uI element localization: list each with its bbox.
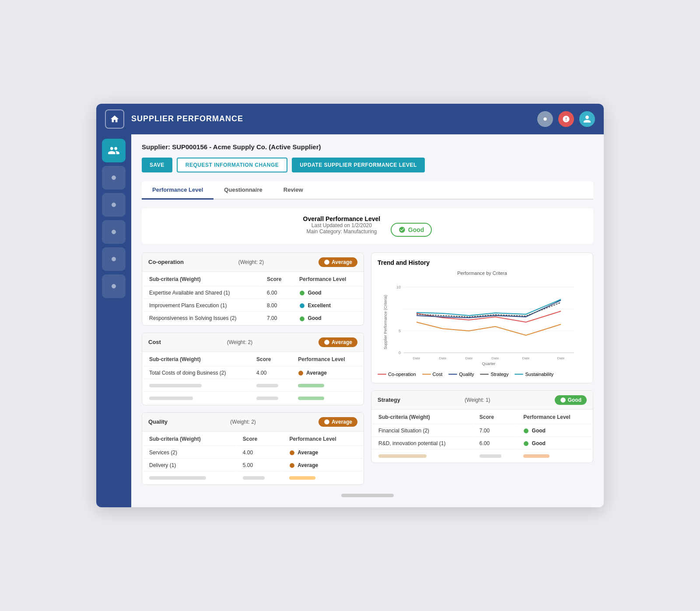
topbar-icons [537,111,595,127]
cost-name: Cost [148,339,161,345]
svg-point-14 [290,450,295,455]
coop-col1: Sub-criteria (Weight) [143,273,260,286]
cost-col2: Score [250,353,291,366]
chart-card: Trend and History Performance by Critera… [371,253,593,383]
quality-card: Quality (Weight: 2) Average Sub-criteria… [142,412,364,485]
overall-good-badge: Good [391,228,432,235]
tabs: Performance Level Questionnaire Review [142,181,593,200]
strategy-card: Strategy (Weight: 1) Good Sub-criteria (… [371,390,593,464]
supplier-title: Supplier: SUP000156 - Acme Supply Co. (A… [142,143,593,151]
sidebar-item-6[interactable] [102,274,126,298]
overall-performance-section: Overall Performance Level Last Updated o… [142,208,593,244]
svg-point-3 [327,261,328,262]
strategy-header: Strategy (Weight: 1) Good [371,391,593,410]
table-row: Services (2) 4.00 Average [143,447,363,459]
alert-icon[interactable] [558,111,574,127]
sidebar-dot [112,203,116,207]
svg-point-2 [326,261,326,262]
svg-point-36 [524,441,528,446]
sidebar [96,134,131,508]
cooperation-badge: Average [318,257,357,267]
svg-point-11 [324,419,329,425]
tab-review[interactable]: Review [273,181,314,200]
svg-point-5 [300,303,304,308]
legend-sustainability-label: Sustainability [525,372,553,377]
qual-col3: Performance Level [283,432,363,446]
svg-text:10: 10 [396,285,401,289]
legend-cooperation-label: Co-operation [388,372,416,377]
main-grid: Co-operation (Weight: 2) Average Sub-cri… [142,253,593,485]
table-row: Responsiveness in Solving Issues (2) 7.0… [143,313,363,324]
svg-text:Supplier Performance (Criteria: Supplier Performance (Criteria) [383,295,388,349]
strategy-table: Sub-criteria (Weight) Score Performance … [371,410,593,463]
left-column: Co-operation (Weight: 2) Average Sub-cri… [142,253,364,485]
sidebar-item-3[interactable] [102,193,126,217]
cost-card: Cost (Weight: 2) Average Sub-criteria (W… [142,333,364,405]
svg-point-7 [324,340,329,345]
right-column: Trend and History Performance by Critera… [371,253,593,485]
sidebar-item-users[interactable] [102,139,126,162]
legend-sustainability: Sustainability [514,372,553,377]
save-button[interactable]: SAVE [142,158,172,172]
sidebar-item-4[interactable] [102,220,126,244]
quality-name: Quality [148,418,168,425]
sidebar-dot [112,257,116,261]
coop-col3: Performance Level [293,273,363,286]
cost-badge: Average [318,337,357,347]
strat-col2: Score [473,411,516,424]
table-row: Expertise Available and Shared (1) 6.00 … [143,287,363,299]
sidebar-item-5[interactable] [102,247,126,271]
request-change-button[interactable]: REQUEST INFORMATION CHANGE [177,158,287,172]
qual-col1: Sub-criteria (Weight) [143,432,236,446]
table-row: R&D, innovation potential (1) 6.00 Good [372,438,592,449]
toolbar: SAVE REQUEST INFORMATION CHANGE UPDATE S… [142,158,593,172]
notification-icon[interactable] [537,111,553,127]
user-icon[interactable] [579,111,595,127]
legend-quality-label: Quality [459,372,474,377]
legend-quality: Quality [448,372,474,377]
svg-point-12 [326,421,326,422]
cooperation-table: Sub-criteria (Weight) Score Performance … [142,272,364,325]
overall-title: Overall Performance Level [303,215,381,222]
cost-header: Cost (Weight: 2) Average [142,333,364,352]
legend-cooperation: Co-operation [378,372,416,377]
cost-table: Sub-criteria (Weight) Score Performance … [142,352,364,405]
home-button[interactable] [105,109,124,129]
svg-text:0: 0 [399,351,401,355]
svg-point-35 [524,428,528,433]
svg-point-8 [326,341,326,342]
svg-text:Quarter: Quarter [482,362,496,366]
svg-text:Date: Date [557,356,565,360]
svg-point-33 [562,399,563,400]
legend-strategy: Strategy [480,372,508,377]
overall-level-text: Good [408,226,424,233]
sidebar-dot [112,284,116,288]
tab-performance-level[interactable]: Performance Level [142,181,214,200]
svg-point-10 [298,371,303,376]
update-performance-button[interactable]: UPDATE SUPPLIER PERFORMANCE LEVEL [292,158,425,172]
quality-header: Quality (Weight: 2) Average [142,413,364,432]
svg-text:Date: Date [466,356,473,360]
strat-col3: Performance Level [517,411,592,424]
chart-legend: Co-operation Cost Quality [378,372,587,377]
performance-chart: Supplier Performance (Criteria) 10 5 0 [378,278,587,366]
table-row: Total Costs of doing Business (2) 4.00 A… [143,367,363,379]
app-title: SUPPLIER PERFORMANCE [131,114,530,123]
cost-col3: Performance Level [292,353,363,366]
quality-weight: (Weight: 2) [230,419,256,425]
tab-questionnaire[interactable]: Questionnaire [214,181,273,200]
svg-point-1 [324,260,329,265]
scrollbar-thumb[interactable] [341,494,394,497]
scrollbar-hint [142,492,593,499]
legend-cost: Cost [422,372,443,377]
svg-point-0 [543,117,547,121]
quality-badge: Average [318,417,357,427]
skeleton-row [143,393,363,404]
coop-col2: Score [261,273,292,286]
qual-col2: Score [237,432,283,446]
sidebar-item-2[interactable] [102,166,126,190]
cooperation-header: Co-operation (Weight: 2) Average [142,253,364,272]
strategy-name: Strategy [378,397,400,403]
strat-col1: Sub-criteria (Weight) [372,411,472,424]
quality-table: Sub-criteria (Weight) Score Performance … [142,432,364,485]
